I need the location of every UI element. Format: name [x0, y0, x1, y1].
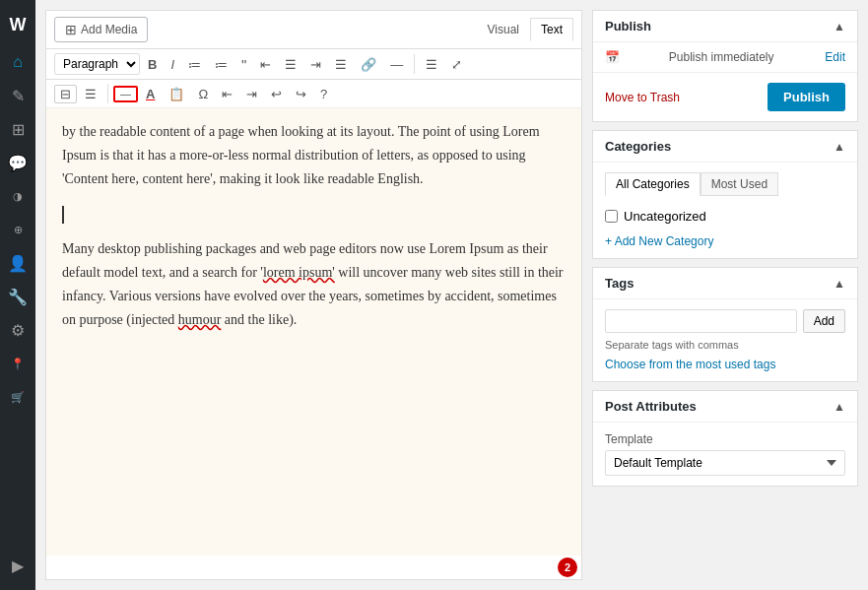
- humour-underline: humour: [178, 312, 222, 327]
- editor-cursor-line: [62, 202, 566, 226]
- align-left-button[interactable]: ⇤: [254, 55, 277, 74]
- comments-icon[interactable]: 💬: [0, 146, 35, 179]
- tags-box: Tags ▲ Add Separate tags with commas Cho…: [592, 267, 858, 382]
- tools-icon[interactable]: 🔧: [0, 280, 35, 313]
- publish-edit-link[interactable]: Edit: [825, 50, 845, 64]
- char-button[interactable]: Ω: [192, 85, 214, 103]
- publish-box-header: Publish ▲: [593, 11, 857, 42]
- format-button[interactable]: ☰: [79, 85, 102, 103]
- publish-box: Publish ▲ 📅 Publish immediately Edit Mov…: [592, 10, 858, 122]
- tab-visual[interactable]: Visual: [477, 18, 530, 41]
- ordered-list-button[interactable]: ≔: [209, 55, 234, 74]
- category-checkbox-uncategorized[interactable]: [605, 210, 618, 223]
- appearance-icon[interactable]: ◑: [0, 179, 35, 213]
- categories-tabs: All Categories Most Used: [605, 172, 845, 196]
- revision-badge: 2: [558, 557, 577, 577]
- tab-all-categories[interactable]: All Categories: [605, 172, 701, 196]
- template-select[interactable]: Default Template: [605, 450, 845, 476]
- tags-box-header: Tags ▲: [593, 268, 857, 299]
- location-icon[interactable]: 📍: [0, 347, 35, 380]
- fullscreen-button[interactable]: ⤢: [445, 55, 468, 74]
- tags-title: Tags: [605, 276, 634, 291]
- editor-paragraph-1: by the readable content of a page when l…: [62, 120, 566, 190]
- dashboard-icon[interactable]: ⌂: [0, 45, 35, 79]
- link-button[interactable]: 🔗: [355, 55, 382, 74]
- categories-box: Categories ▲ All Categories Most Used Un…: [592, 130, 858, 259]
- posts-icon[interactable]: ✎: [0, 79, 35, 112]
- toolbar-row1: Paragraph B I ≔ ≔ " ⇤ ☰ ⇥ ☰ 🔗 — ☰ ⤢: [46, 49, 581, 80]
- align-right-button[interactable]: ⇥: [304, 55, 327, 74]
- post-attributes-arrow-icon: ▲: [834, 400, 845, 414]
- play-icon[interactable]: ▶: [0, 549, 35, 582]
- help-button[interactable]: ?: [314, 85, 333, 103]
- plugins-icon[interactable]: ⊕: [0, 213, 35, 246]
- categories-arrow-icon: ▲: [834, 140, 845, 154]
- editor-paragraph-2: Many desktop publishing packages and web…: [62, 237, 566, 331]
- wp-logo-icon[interactable]: W: [0, 8, 35, 41]
- post-attributes-box: Post Attributes ▲ Template Default Templ…: [592, 390, 858, 487]
- text-color-button[interactable]: A: [140, 85, 161, 103]
- publish-immediately-label: Publish immediately: [669, 50, 774, 64]
- post-attributes-header: Post Attributes ▲: [593, 391, 857, 423]
- tags-arrow-icon: ▲: [834, 277, 845, 291]
- toolbar-toggle-button[interactable]: ☰: [420, 55, 443, 74]
- blockquote-button[interactable]: ": [235, 54, 252, 75]
- paste-button[interactable]: 📋: [163, 85, 190, 103]
- tags-separate-hint: Separate tags with commas: [605, 339, 845, 351]
- undo-button[interactable]: ↩: [265, 85, 288, 103]
- outdent-button[interactable]: ⇤: [216, 85, 238, 103]
- tags-input-field[interactable]: [605, 309, 797, 333]
- editor-column: ⊞ Add Media Visual Text Paragraph B I ≔ …: [45, 10, 582, 580]
- publish-calendar-icon: 📅: [605, 50, 620, 64]
- row2-toggle-button[interactable]: ⊟: [54, 85, 77, 103]
- category-label-uncategorized: Uncategorized: [624, 209, 706, 224]
- more-tag-button[interactable]: —: [384, 55, 409, 74]
- publish-button[interactable]: Publish: [768, 83, 845, 111]
- post-attributes-title: Post Attributes: [605, 399, 697, 414]
- toolbar-top: ⊞ Add Media Visual Text: [46, 11, 581, 49]
- toolbar-separator2: [107, 84, 108, 103]
- editor-content[interactable]: by the readable content of a page when l…: [46, 108, 581, 556]
- paragraph-select[interactable]: Paragraph: [54, 53, 140, 75]
- redo-button[interactable]: ↪: [290, 85, 312, 103]
- indent-button[interactable]: ⇥: [240, 85, 263, 103]
- editor-wrapper: ⊞ Add Media Visual Text Paragraph B I ≔ …: [35, 0, 868, 590]
- tags-add-button[interactable]: Add: [803, 309, 845, 333]
- post-attributes-body: Template Default Template: [593, 423, 857, 486]
- categories-box-header: Categories ▲: [593, 131, 857, 163]
- users-icon[interactable]: 👤: [0, 246, 35, 280]
- italic-button[interactable]: I: [165, 55, 180, 74]
- category-item-uncategorized: Uncategorized: [605, 206, 845, 227]
- publish-actions: Move to Trash Publish: [593, 73, 857, 121]
- main-content: ⊞ Add Media Visual Text Paragraph B I ≔ …: [35, 0, 868, 590]
- move-to-trash-link[interactable]: Move to Trash: [605, 91, 680, 104]
- publish-box-title: Publish: [605, 19, 651, 33]
- text-cursor: [62, 206, 64, 224]
- add-media-icon: ⊞: [65, 22, 77, 37]
- media-icon[interactable]: ⊞: [0, 112, 35, 146]
- admin-sidebar: W ⌂ ✎ ⊞ 💬 ◑ ⊕ 👤 🔧 ⚙ 📍 🛒 ▶: [0, 0, 35, 590]
- tags-choose-link[interactable]: Choose from the most used tags: [605, 358, 775, 371]
- tags-input-row: Add: [605, 309, 845, 333]
- tab-most-used[interactable]: Most Used: [701, 172, 778, 196]
- editor-footer: 2: [46, 556, 581, 579]
- add-media-label: Add Media: [81, 23, 137, 36]
- unordered-list-button[interactable]: ≔: [182, 55, 207, 74]
- categories-title: Categories: [605, 139, 671, 154]
- editor-tab-group: Visual Text: [477, 18, 573, 41]
- template-label: Template: [605, 432, 845, 446]
- woo-icon[interactable]: 🛒: [0, 380, 35, 414]
- bold-button[interactable]: B: [142, 55, 163, 74]
- publish-immediately-row: 📅 Publish immediately Edit: [593, 42, 857, 73]
- settings-icon[interactable]: ⚙: [0, 313, 35, 347]
- lorem-underline: lorem ipsum': [263, 265, 335, 280]
- right-sidebar: Publish ▲ 📅 Publish immediately Edit Mov…: [592, 10, 858, 580]
- add-new-category-link[interactable]: + Add New Category: [605, 234, 845, 248]
- publish-arrow-icon: ▲: [834, 20, 845, 33]
- add-media-button[interactable]: ⊞ Add Media: [54, 17, 148, 42]
- horizontal-rule-button[interactable]: —: [113, 86, 138, 102]
- tags-box-body: Add Separate tags with commas Choose fro…: [593, 299, 857, 381]
- align-justify-button[interactable]: ☰: [329, 55, 353, 74]
- align-center-button[interactable]: ☰: [279, 55, 302, 74]
- tab-text[interactable]: Text: [530, 18, 573, 41]
